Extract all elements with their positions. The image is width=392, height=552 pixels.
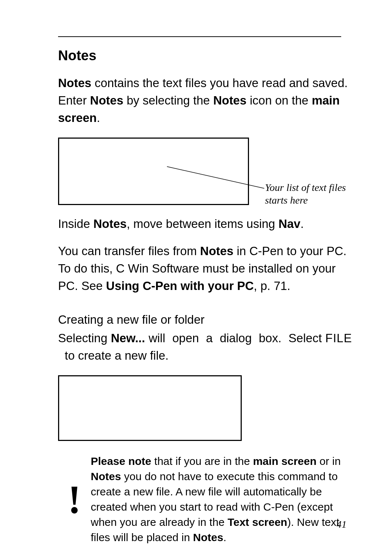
txt: Notes: [93, 217, 127, 230]
txt: Notes: [200, 244, 233, 258]
intro-paragraph: Notes contains the text files you have r…: [58, 74, 352, 127]
txt: You can transfer files from: [58, 244, 200, 258]
paragraph-3: You can transfer files from Notes in C-P…: [58, 242, 352, 295]
figure-1-wrap: Your list of text files starts here: [58, 138, 352, 205]
txt: Inside: [58, 217, 93, 230]
txt: Notes: [90, 94, 123, 107]
txt: FILE: [325, 331, 352, 345]
txt: Please note: [91, 455, 151, 467]
txt: , move between items using: [127, 217, 278, 230]
txt: Nav: [278, 217, 301, 230]
txt: New...: [111, 331, 145, 345]
txt: Notes: [193, 531, 223, 543]
txt: Notes: [58, 76, 91, 90]
manual-page: Notes Notes contains the text files you …: [0, 0, 392, 552]
screenshot-placeholder-1: [58, 138, 249, 205]
txt: icon on the: [246, 94, 312, 107]
note-text: Please note that if you are in the main …: [91, 454, 352, 545]
txt: will open a dialog box. Select: [145, 331, 326, 345]
section-heading: Notes: [58, 48, 352, 64]
exclamation-icon: !: [58, 479, 91, 519]
txt: Using C-Pen with your PC: [106, 279, 254, 293]
callout-label: Your list of text files starts here: [265, 181, 352, 207]
txt: , p. 71.: [254, 279, 290, 293]
txt: main screen: [253, 455, 317, 467]
txt: .: [223, 531, 226, 543]
txt: or in: [317, 455, 341, 467]
paragraph-2: Inside Notes, move between items using N…: [58, 215, 352, 233]
page-number: 41: [336, 519, 347, 530]
txt: .: [301, 217, 304, 230]
paragraph-4: Selecting New... will open a dialog box.…: [58, 330, 352, 364]
txt: Text screen: [228, 516, 287, 528]
txt: Notes: [91, 470, 121, 482]
txt: to create a new file.: [58, 349, 169, 362]
txt: by selecting the: [123, 94, 213, 107]
txt: Selecting: [58, 331, 111, 345]
screenshot-placeholder-2: [58, 375, 242, 441]
txt: that if you are in the: [151, 455, 253, 467]
note-block: ! Please note that if you are in the mai…: [58, 454, 352, 545]
txt: Notes: [213, 94, 246, 107]
subheading: Creating a new file or folder: [58, 313, 352, 327]
txt: .: [97, 111, 100, 124]
top-rule: [58, 36, 341, 37]
